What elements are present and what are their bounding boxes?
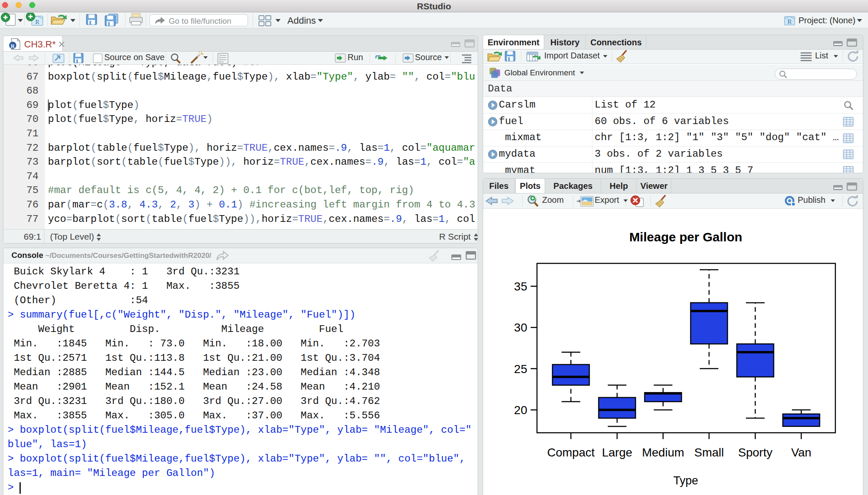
- svg-text:Type: Type: [673, 474, 698, 487]
- svg-text:Medium: Medium: [642, 446, 684, 459]
- svg-text:Van: Van: [791, 446, 812, 459]
- svg-text:Compact: Compact: [547, 446, 595, 459]
- svg-text:R: R: [787, 18, 792, 25]
- svg-text:Mileage per Gallon: Mileage per Gallon: [629, 230, 743, 244]
- svg-text:20: 20: [514, 404, 527, 417]
- svg-text:Large: Large: [602, 446, 632, 459]
- svg-text:30: 30: [514, 321, 527, 334]
- svg-text:R: R: [35, 19, 39, 25]
- svg-text:R: R: [11, 43, 15, 49]
- svg-text:35: 35: [514, 280, 527, 293]
- svg-text:25: 25: [514, 362, 527, 376]
- svg-text:Small: Small: [694, 446, 724, 459]
- svg-text:Sporty: Sporty: [738, 446, 773, 459]
